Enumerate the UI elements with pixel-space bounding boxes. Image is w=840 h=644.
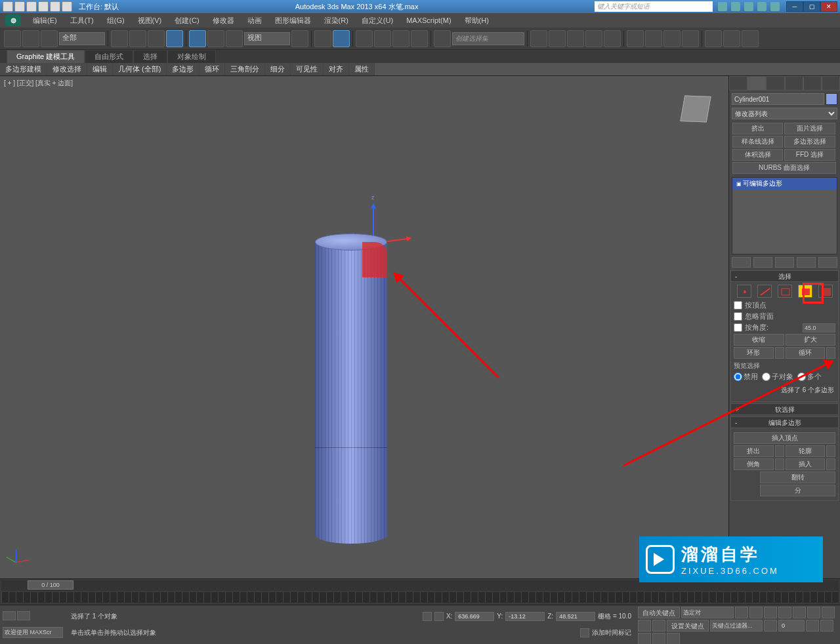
ribbon-panel[interactable]: 对齐 [324, 63, 349, 75]
outline-settings-icon[interactable] [826, 445, 835, 457]
by-vertex-checkbox[interactable] [734, 301, 742, 310]
prev-frame-icon[interactable] [749, 607, 763, 618]
viewport-label[interactable]: [ + ] [正交] [真实 + 边面] [4, 79, 73, 88]
ribbon-panel[interactable]: 三角剖分 [225, 63, 265, 75]
modifier-btn-patchsel[interactable]: 面片选择 [784, 123, 835, 134]
close-button[interactable]: ✕ [820, 1, 837, 12]
new-icon[interactable] [3, 1, 13, 12]
shrink-button[interactable]: 收缩 [734, 334, 784, 346]
select-object-icon[interactable] [111, 30, 128, 47]
preview-subobj-radio[interactable] [762, 372, 770, 381]
listener-icon[interactable] [17, 611, 30, 620]
maximize-button[interactable]: ▢ [803, 1, 820, 12]
coord-x-input[interactable] [455, 612, 494, 621]
walk-icon[interactable] [667, 633, 680, 644]
fov-icon[interactable] [652, 620, 665, 632]
viewport[interactable]: [ + ] [正交] [真实 + 边面] [0, 76, 728, 578]
ribbon-panel[interactable]: 编辑 [87, 63, 113, 75]
ribbon-tab-selection[interactable]: 选择 [133, 50, 167, 63]
keyboard-shortcut-icon[interactable] [333, 30, 350, 47]
inset-button[interactable]: 插入 [786, 458, 826, 470]
play-icon[interactable] [764, 607, 777, 618]
manipulate-icon[interactable] [314, 30, 331, 47]
select-region-icon[interactable] [148, 30, 165, 47]
modify-tab-icon[interactable] [747, 76, 766, 91]
set-key-button[interactable]: 设置关键点 [667, 620, 709, 632]
auto-key-button[interactable]: 自动关键点 [638, 607, 680, 618]
configure-sets-icon[interactable] [818, 257, 837, 268]
display-tab-icon[interactable] [803, 76, 822, 91]
align-icon[interactable] [549, 30, 566, 47]
modifier-btn-volsel[interactable]: 体积选择 [732, 149, 783, 161]
orbit-icon[interactable] [638, 633, 651, 644]
add-time-tag[interactable]: 添加时间标记 [592, 628, 631, 637]
link-tool-icon[interactable] [4, 30, 21, 47]
schematic-view-icon[interactable] [604, 30, 621, 47]
teapot2-icon[interactable] [723, 30, 740, 47]
show-end-result-icon[interactable] [753, 257, 772, 268]
ribbon-panel[interactable]: 几何体 (全部) [113, 63, 167, 75]
by-angle-checkbox[interactable] [734, 323, 742, 332]
subobj-element-icon[interactable] [818, 285, 833, 298]
insert-vertex-button[interactable]: 插入顶点 [734, 432, 835, 444]
absolute-mode-icon[interactable] [434, 612, 444, 621]
ribbon-tab-graphite[interactable]: Graphite 建模工具 [7, 50, 85, 63]
scale-tool-icon[interactable] [226, 30, 243, 47]
menu-create[interactable]: 创建(C) [168, 16, 205, 26]
exchange-icon[interactable] [744, 2, 753, 11]
edit-named-sel-icon[interactable] [434, 30, 451, 47]
favorite-icon[interactable] [757, 2, 766, 11]
object-color-swatch[interactable] [826, 93, 837, 105]
selection-lock-icon[interactable] [423, 612, 432, 621]
hierarchy-tab-icon[interactable] [766, 76, 784, 91]
viewcube[interactable] [676, 89, 715, 129]
grow-button[interactable]: 扩大 [786, 334, 836, 346]
modifier-btn-extrude[interactable]: 挤出 [732, 123, 783, 134]
selected-filter[interactable] [681, 607, 734, 618]
pivot-center-icon[interactable] [291, 30, 308, 47]
motion-tab-icon[interactable] [785, 76, 803, 91]
teapot3-icon[interactable] [742, 30, 759, 47]
ignore-backfacing-checkbox[interactable] [734, 312, 742, 321]
utilities-tab-icon[interactable] [822, 76, 840, 91]
subobj-border-icon[interactable] [778, 285, 792, 298]
save-icon[interactable] [26, 1, 37, 12]
menu-animation[interactable]: 动画 [241, 16, 268, 26]
menu-edit[interactable]: 编辑(E) [26, 16, 64, 26]
angle-spinner[interactable] [803, 323, 835, 332]
create-tab-icon[interactable] [729, 76, 747, 91]
zoom-all-icon[interactable] [822, 607, 835, 618]
preview-multi-radio[interactable] [797, 372, 806, 381]
time-config-icon[interactable] [806, 620, 819, 632]
menu-group[interactable]: 组(G) [100, 16, 131, 26]
menu-rendering[interactable]: 渲染(R) [318, 16, 355, 26]
render-setup-icon[interactable] [645, 30, 662, 47]
search-icon[interactable] [718, 2, 727, 11]
ring-spinner[interactable] [775, 347, 784, 359]
ribbon-tab-freeform[interactable]: 自由形式 [85, 50, 133, 63]
workspace-label[interactable]: 工作台: 默认 [79, 2, 119, 12]
bevel-button[interactable]: 倒角 [734, 458, 774, 470]
unlink-tool-icon[interactable] [22, 30, 39, 47]
subobj-polygon-icon[interactable] [798, 285, 812, 298]
material-editor-icon[interactable] [627, 30, 644, 47]
open-icon[interactable] [14, 1, 25, 12]
subobj-edge-icon[interactable] [757, 285, 772, 298]
modifier-list-dropdown[interactable]: 修改器列表 [732, 108, 837, 119]
ribbon-tab-objectpaint[interactable]: 对象绘制 [167, 50, 216, 63]
subobj-vertex-icon[interactable] [737, 285, 751, 298]
undo-icon[interactable] [38, 1, 49, 12]
modifier-btn-polysel[interactable]: 多边形选择 [784, 136, 835, 148]
modifier-stack-item[interactable]: 可编辑多边形 [732, 178, 837, 190]
ribbon-panel[interactable]: 多边形 [167, 63, 200, 75]
minimize-button[interactable]: ─ [786, 1, 803, 12]
modifier-stack[interactable]: 可编辑多边形 [732, 177, 837, 254]
ring-button[interactable]: 环形 [734, 347, 774, 359]
menu-tools[interactable]: 工具(T) [64, 16, 100, 26]
ribbon-panel[interactable]: 多边形建模 [0, 63, 47, 75]
app-menu-button[interactable]: ⊚ [5, 14, 21, 26]
render-prod-icon[interactable] [682, 30, 699, 47]
ribbon-panel[interactable]: 可见性 [291, 63, 324, 75]
bevel-settings-icon[interactable] [775, 458, 784, 470]
move-tool-icon[interactable] [189, 30, 206, 47]
